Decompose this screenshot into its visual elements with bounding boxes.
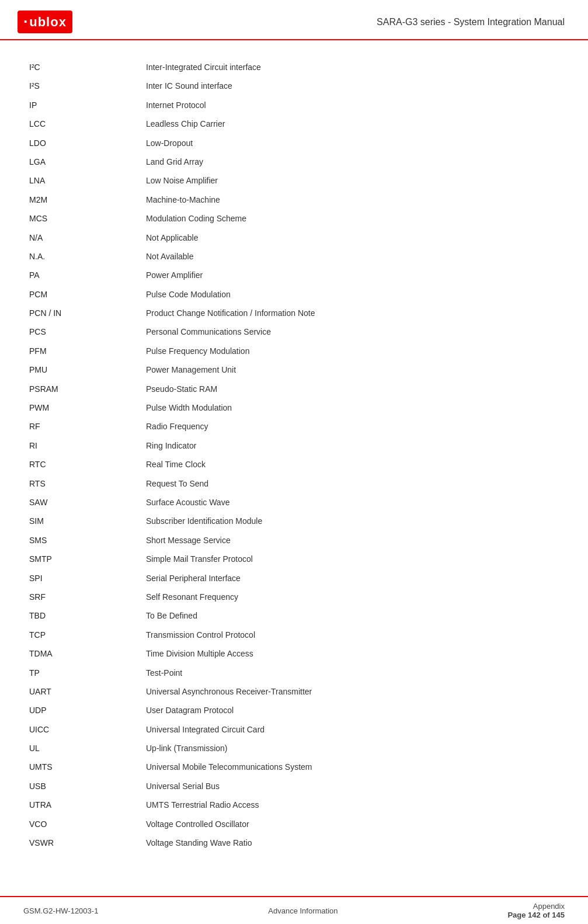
table-row: IPInternet Protocol bbox=[29, 96, 565, 114]
abbrev-definition: Radio Frequency bbox=[146, 417, 565, 436]
abbrev-definition: Test-Point bbox=[146, 664, 565, 682]
footer-center: Advance Information bbox=[268, 906, 338, 915]
abbrev-definition: Pseudo-Static RAM bbox=[146, 380, 565, 398]
abbrev-definition: Internet Protocol bbox=[146, 96, 565, 114]
table-row: PSRAMPseudo-Static RAM bbox=[29, 380, 565, 398]
table-row: SAWSurface Acoustic Wave bbox=[29, 493, 565, 512]
table-row: SPISerial Peripheral Interface bbox=[29, 569, 565, 588]
abbrev-code: SMS bbox=[29, 531, 146, 550]
abbrev-code: LNA bbox=[29, 171, 146, 190]
abbrev-code: M2M bbox=[29, 190, 146, 209]
abbrev-code: VCO bbox=[29, 815, 146, 833]
table-row: PWMPulse Width Modulation bbox=[29, 398, 565, 417]
abbrev-definition: Machine-to-Machine bbox=[146, 190, 565, 209]
table-row: LNALow Noise Amplifier bbox=[29, 171, 565, 190]
abbrev-code: RI bbox=[29, 436, 146, 455]
table-row: RTCReal Time Clock bbox=[29, 455, 565, 474]
abbrev-code: UMTS bbox=[29, 758, 146, 776]
table-row: MCSModulation Coding Scheme bbox=[29, 209, 565, 228]
abbrev-definition: Universal Serial Bus bbox=[146, 777, 565, 796]
abbrev-definition: Not Available bbox=[146, 247, 565, 266]
table-row: PMUPower Management Unit bbox=[29, 360, 565, 379]
abbrev-code: PA bbox=[29, 266, 146, 284]
abbrev-definition: Surface Acoustic Wave bbox=[146, 493, 565, 512]
abbrev-definition: Product Change Notification / Informatio… bbox=[146, 304, 565, 322]
abbrev-definition: Universal Mobile Telecommunications Syst… bbox=[146, 758, 565, 776]
abbrev-definition: Modulation Coding Scheme bbox=[146, 209, 565, 228]
abbrev-definition: Inter-Integrated Circuit interface bbox=[146, 58, 565, 77]
abbrev-definition: Personal Communications Service bbox=[146, 322, 565, 341]
abbrev-definition: Universal Asynchronous Receiver-Transmit… bbox=[146, 682, 565, 701]
table-row: LGALand Grid Array bbox=[29, 152, 565, 171]
abbrev-code: MCS bbox=[29, 209, 146, 228]
abbrev-definition: Low Noise Amplifier bbox=[146, 171, 565, 190]
abbrev-definition: Request To Send bbox=[146, 474, 565, 493]
abbrev-code: N/A bbox=[29, 228, 146, 247]
table-row: PFMPulse Frequency Modulation bbox=[29, 342, 565, 360]
page-footer: GSM.G2-HW-12003-1 Advance Information Ap… bbox=[0, 896, 588, 924]
table-row: I²SInter IC Sound interface bbox=[29, 77, 565, 95]
logo: ·ublox bbox=[18, 11, 72, 33]
abbrev-definition: Real Time Clock bbox=[146, 455, 565, 474]
table-row: USBUniversal Serial Bus bbox=[29, 777, 565, 796]
abbrev-code: LGA bbox=[29, 152, 146, 171]
abbrev-code: UICC bbox=[29, 720, 146, 739]
abbrev-definition: Transmission Control Protocol bbox=[146, 626, 565, 644]
table-row: SMTPSimple Mail Transfer Protocol bbox=[29, 550, 565, 568]
abbrev-definition: Pulse Width Modulation bbox=[146, 398, 565, 417]
abbrev-code: TCP bbox=[29, 626, 146, 644]
abbrev-code: TBD bbox=[29, 606, 146, 625]
table-row: PCN / INProduct Change Notification / In… bbox=[29, 304, 565, 322]
abbrev-code: SRF bbox=[29, 588, 146, 606]
table-row: VSWRVoltage Standing Wave Ratio bbox=[29, 833, 565, 852]
footer-appendix: Appendix bbox=[507, 902, 565, 911]
abbrev-definition: Power Management Unit bbox=[146, 360, 565, 379]
table-row: UARTUniversal Asynchronous Receiver-Tran… bbox=[29, 682, 565, 701]
abbrev-code: RF bbox=[29, 417, 146, 436]
table-row: SIMSubscriber Identification Module bbox=[29, 512, 565, 530]
table-row: RIRing Indicator bbox=[29, 436, 565, 455]
abbrev-code: SPI bbox=[29, 569, 146, 588]
abbrev-definition: To Be Defined bbox=[146, 606, 565, 625]
abbrev-code: UDP bbox=[29, 701, 146, 720]
table-row: PCMPulse Code Modulation bbox=[29, 285, 565, 304]
abbrev-definition: User Datagram Protocol bbox=[146, 701, 565, 720]
abbrev-code: UTRA bbox=[29, 796, 146, 814]
abbrev-code: IP bbox=[29, 96, 146, 114]
table-row: UTRAUMTS Terrestrial Radio Access bbox=[29, 796, 565, 814]
abbrev-definition: Pulse Code Modulation bbox=[146, 285, 565, 304]
abbrev-code: SIM bbox=[29, 512, 146, 530]
table-row: LDOLow-Dropout bbox=[29, 134, 565, 152]
table-row: N/ANot Applicable bbox=[29, 228, 565, 247]
abbrev-definition: Land Grid Array bbox=[146, 152, 565, 171]
abbrev-code: UART bbox=[29, 682, 146, 701]
logo-image: ·ublox bbox=[18, 11, 72, 33]
table-row: ULUp-link (Transmission) bbox=[29, 739, 565, 758]
abbrev-code: USB bbox=[29, 777, 146, 796]
footer-page: Page 142 of 145 bbox=[507, 911, 565, 919]
abbrev-definition: Time Division Multiple Access bbox=[146, 644, 565, 663]
abbrev-code: PMU bbox=[29, 360, 146, 379]
table-row: I²CInter-Integrated Circuit interface bbox=[29, 58, 565, 77]
main-content: I²CInter-Integrated Circuit interfaceI²S… bbox=[0, 40, 588, 899]
table-row: SRFSelf Resonant Frequency bbox=[29, 588, 565, 606]
table-row: UDPUser Datagram Protocol bbox=[29, 701, 565, 720]
abbrev-definition: Voltage Controlled Oscillator bbox=[146, 815, 565, 833]
abbrev-definition: Serial Peripheral Interface bbox=[146, 569, 565, 588]
table-row: TBDTo Be Defined bbox=[29, 606, 565, 625]
abbrev-code: PWM bbox=[29, 398, 146, 417]
abbrev-code: PSRAM bbox=[29, 380, 146, 398]
table-row: PAPower Amplifier bbox=[29, 266, 565, 284]
abbrev-definition: UMTS Terrestrial Radio Access bbox=[146, 796, 565, 814]
table-row: TCPTransmission Control Protocol bbox=[29, 626, 565, 644]
table-row: M2MMachine-to-Machine bbox=[29, 190, 565, 209]
abbrev-code: PFM bbox=[29, 342, 146, 360]
abbrev-definition: Not Applicable bbox=[146, 228, 565, 247]
table-row: UICCUniversal Integrated Circuit Card bbox=[29, 720, 565, 739]
table-row: LCCLeadless Chip Carrier bbox=[29, 114, 565, 133]
abbrev-code: I²C bbox=[29, 58, 146, 77]
abbrev-code: TP bbox=[29, 664, 146, 682]
abbreviation-table: I²CInter-Integrated Circuit interfaceI²S… bbox=[29, 58, 565, 852]
table-row: UMTSUniversal Mobile Telecommunications … bbox=[29, 758, 565, 776]
table-row: VCOVoltage Controlled Oscillator bbox=[29, 815, 565, 833]
